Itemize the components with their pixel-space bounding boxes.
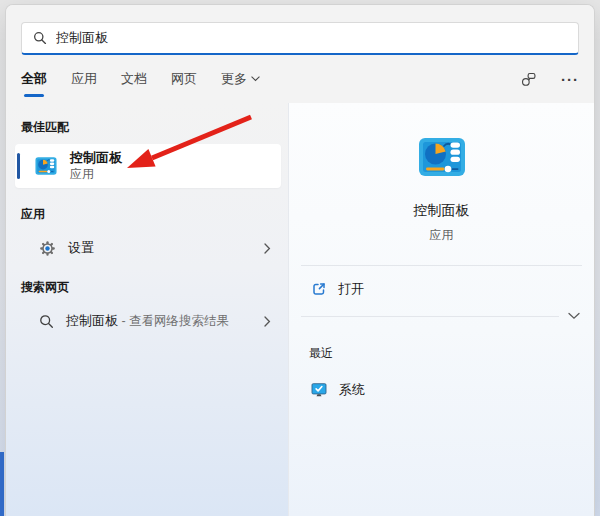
search-flyout-window: 全部 应用 文档 网页 更多 [5,4,595,516]
search-input[interactable] [56,31,567,46]
result-detail-panel: 控制面板 应用 打开 [288,103,594,516]
web-search-section-header: 搜索网页 [21,279,288,296]
web-search-item[interactable]: 控制面板 - 查看网络搜索结果 [6,304,288,338]
search-header: 全部 应用 文档 网页 更多 [6,5,594,103]
tab-label: 全部 [21,70,47,88]
expander-divider-line [301,316,559,317]
chevron-right-icon [264,243,271,254]
results-list-panel: 最佳匹配 [6,103,288,516]
tab-more[interactable]: 更多 [221,55,260,103]
app-hero: 控制面板 应用 [289,103,594,244]
tab-apps[interactable]: 应用 [71,55,97,103]
apps-section-header: 应用 [21,206,288,223]
chevron-down-icon[interactable] [568,312,580,320]
detail-app-subtitle: 应用 [289,227,594,244]
open-action-label: 打开 [338,280,364,298]
open-action[interactable]: 打开 [289,266,594,312]
search-icon [33,31,47,45]
tab-label: 更多 [221,70,247,88]
results-body: 最佳匹配 [6,103,594,516]
tab-all[interactable]: 全部 [21,55,47,103]
search-icon [39,314,54,329]
recent-item-system[interactable]: 系统 [289,373,594,407]
app-item-settings[interactable]: 设置 [6,231,288,265]
best-match-item[interactable]: 控制面板 应用 [15,144,281,188]
gear-icon [39,240,56,257]
web-search-text: 控制面板 - 查看网络搜索结果 [66,312,229,330]
best-match-subtitle: 应用 [70,167,122,183]
search-box[interactable] [21,22,579,55]
more-options-icon[interactable]: ··· [561,72,579,87]
account-icon[interactable] [520,71,537,88]
detail-app-title: 控制面板 [289,202,594,220]
tab-label: 文档 [121,70,147,88]
chevron-right-icon [264,316,271,327]
best-match-title: 控制面板 [70,150,122,167]
selection-accent-bar [17,153,20,179]
search-filter-tabs: 全部 应用 文档 网页 更多 [21,55,579,103]
actions-expander [301,312,580,320]
recent-section-header: 最近 [309,345,594,362]
tab-web[interactable]: 网页 [171,55,197,103]
monitor-icon [310,381,328,399]
tab-label: 应用 [71,70,97,88]
control-panel-icon [418,133,466,181]
best-match-header: 最佳匹配 [21,119,288,136]
active-tab-underline [24,94,44,97]
tab-documents[interactable]: 文档 [121,55,147,103]
tab-label: 网页 [171,70,197,88]
open-external-icon [311,281,327,297]
recent-item-label: 系统 [339,381,365,399]
background-window-edge [0,452,4,516]
control-panel-icon [35,155,57,177]
app-item-label: 设置 [68,239,94,257]
chevron-down-icon [251,76,260,82]
